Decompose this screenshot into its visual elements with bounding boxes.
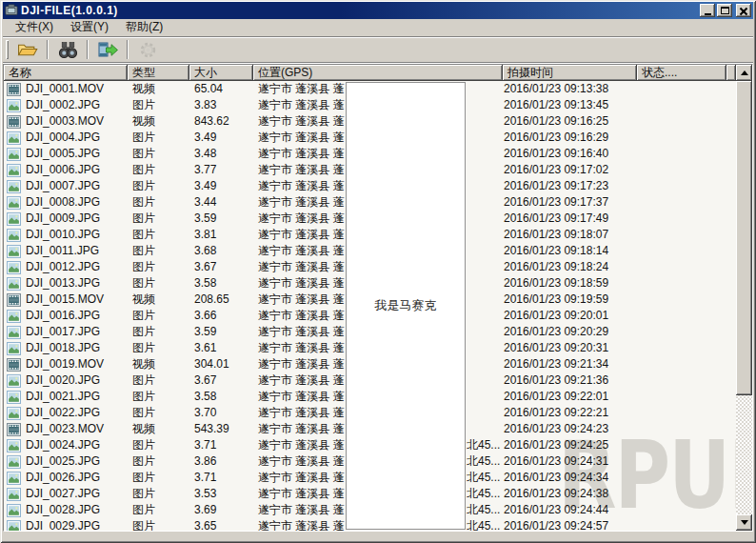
file-name: DJI_0025.JPG — [26, 453, 100, 470]
file-type: 图片 — [128, 437, 189, 453]
photo-icon — [7, 148, 21, 161]
file-type: 视频 — [128, 421, 189, 437]
file-name: DJI_0003.MOV — [26, 113, 104, 130]
photo-icon — [7, 245, 21, 258]
capture-time: 2016/01/23 09:22:01 — [503, 389, 637, 405]
file-size: 3.71 — [189, 437, 253, 453]
file-name: DJI_0021.JPG — [26, 389, 100, 405]
file-type: 图片 — [128, 97, 189, 113]
file-gps-extra: 北45... — [467, 502, 500, 518]
file-name: DJI_0019.MOV — [26, 356, 104, 372]
close-icon — [740, 8, 747, 14]
toolbar — [3, 37, 753, 63]
photo-icon — [7, 488, 21, 501]
minimize-button[interactable] — [700, 4, 715, 17]
file-type-icon — [7, 342, 21, 355]
maximize-button[interactable] — [717, 4, 732, 17]
file-type: 图片 — [128, 178, 189, 194]
options-button[interactable] — [133, 38, 162, 61]
file-gps: 遂宁市 蓬溪县 蓬 — [258, 211, 345, 225]
file-type-icon — [7, 229, 21, 242]
file-type-icon — [7, 245, 21, 258]
scroll-down-button[interactable] — [736, 514, 752, 531]
capture-time: 2016/01/23 09:17:23 — [503, 178, 637, 194]
file-type: 图片 — [128, 130, 189, 146]
capture-time: 2016/01/23 09:21:36 — [503, 372, 637, 389]
column-header-status[interactable]: 状态.... — [637, 65, 726, 81]
app-icon — [5, 4, 18, 17]
file-size: 3.71 — [189, 470, 253, 486]
menu-help[interactable]: 帮助(Z) — [117, 17, 171, 38]
open-folder-button[interactable] — [13, 38, 42, 61]
file-size: 3.81 — [189, 227, 253, 243]
export-button[interactable] — [93, 38, 122, 61]
file-gps: 遂宁市 蓬溪县 蓬 — [258, 114, 345, 128]
window-resize-border[interactable] — [3, 532, 753, 541]
file-name: DJI_0007.JPG — [26, 178, 100, 194]
file-gps-extra: 北45... — [467, 437, 500, 453]
vertical-scrollbar[interactable] — [736, 65, 752, 531]
capture-time: 2016/01/23 09:17:37 — [503, 194, 637, 211]
scrollbar-thumb[interactable] — [736, 81, 752, 395]
column-header-name[interactable]: 名称 — [4, 65, 128, 81]
file-size: 3.61 — [189, 340, 253, 356]
file-gps: 遂宁市 蓬溪县 蓬 — [258, 98, 345, 111]
capture-time: 2016/01/23 09:18:07 — [503, 227, 637, 243]
file-gps: 遂宁市 蓬溪县 蓬 — [258, 163, 345, 176]
menu-settings[interactable]: 设置(Y) — [62, 17, 117, 38]
photo-icon — [7, 472, 21, 485]
file-name: DJI_0008.JPG — [26, 194, 100, 211]
gear-icon — [139, 41, 157, 59]
file-type-icon — [7, 374, 21, 388]
file-gps-extra: 北45... — [467, 453, 500, 470]
menu-file[interactable]: 文件(X) — [7, 17, 62, 38]
file-size: 3.49 — [189, 178, 253, 194]
film-icon — [7, 423, 21, 436]
file-name: DJI_0010.JPG — [26, 227, 100, 243]
file-type: 图片 — [128, 486, 189, 502]
export-video-icon — [97, 41, 119, 59]
file-type-icon — [7, 115, 21, 129]
column-header-size[interactable]: 大小 — [189, 65, 253, 81]
file-size: 3.58 — [189, 389, 253, 405]
window-title: DJI-FILE(1.0.0.1) — [21, 4, 698, 17]
file-size: 3.69 — [189, 502, 253, 518]
column-header-gps[interactable]: 位置(GPS) — [253, 65, 503, 81]
binoculars-icon — [58, 41, 78, 59]
file-name: DJI_0006.JPG — [26, 162, 100, 178]
photo-icon — [7, 455, 21, 469]
film-icon — [7, 358, 21, 372]
column-header-type[interactable]: 类型 — [128, 65, 189, 81]
capture-time: 2016/01/23 09:16:29 — [503, 130, 637, 146]
photo-icon — [7, 504, 21, 517]
photo-icon — [7, 164, 21, 177]
file-size: 3.59 — [189, 324, 253, 340]
file-gps: 遂宁市 蓬溪县 蓬 — [258, 325, 345, 338]
photo-icon — [7, 407, 21, 420]
file-size: 3.67 — [189, 259, 253, 275]
file-name: DJI_0023.MOV — [26, 421, 104, 437]
toolbar-grip[interactable] — [6, 40, 9, 59]
file-name: DJI_0020.JPG — [26, 372, 100, 389]
file-gps: 遂宁市 蓬溪县 蓬 — [258, 260, 345, 273]
film-icon — [7, 115, 21, 129]
photo-icon — [7, 374, 21, 388]
minimize-icon — [705, 13, 711, 15]
column-header-time[interactable]: 拍摄时间 — [503, 65, 637, 81]
scrollbar-track[interactable] — [736, 395, 752, 514]
photo-icon — [7, 520, 21, 532]
photo-icon — [7, 310, 21, 323]
file-type-icon — [7, 131, 21, 145]
file-list-main: 名称 类型 大小 位置(GPS) 拍摄时间 状态.... RPUN — [4, 65, 736, 531]
photo-icon — [7, 212, 21, 226]
file-type-icon — [7, 261, 21, 274]
file-type-icon — [7, 423, 21, 436]
close-button[interactable] — [736, 4, 751, 17]
file-name: DJI_0009.JPG — [26, 211, 100, 227]
file-type: 图片 — [128, 372, 189, 389]
capture-time: 2016/01/23 09:13:45 — [503, 97, 637, 113]
photo-icon — [7, 229, 21, 242]
search-button[interactable] — [53, 38, 82, 61]
scroll-up-button[interactable] — [736, 65, 752, 81]
file-size: 3.77 — [189, 162, 253, 178]
